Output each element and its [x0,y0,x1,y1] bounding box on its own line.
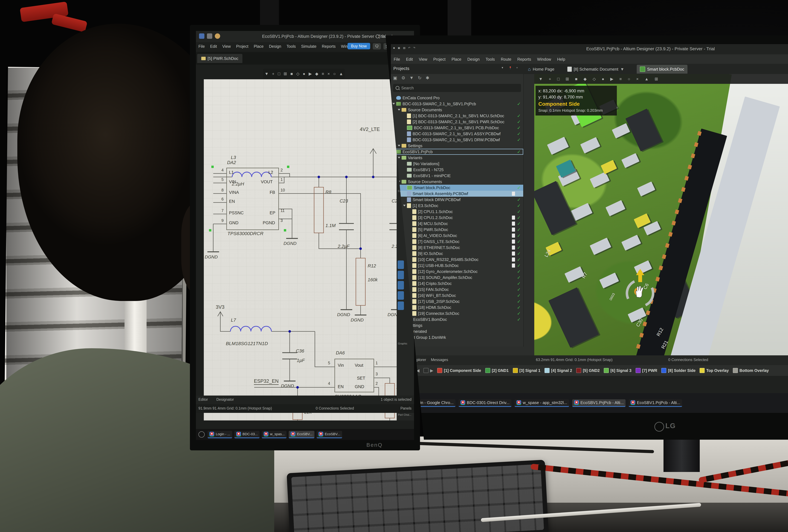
taskbar-item[interactable]: Login - ... [208,431,232,438]
toolbar-icon[interactable]: ≡ [619,77,622,81]
layer-tab[interactable]: [6] Signal 3 [604,368,631,373]
save-icon[interactable]: ▣ [398,46,400,49]
toolbar-icon[interactable]: ≡ [322,72,324,76]
toolbar-icon[interactable]: ○ [628,77,630,81]
expand-arrow-icon[interactable] [398,145,400,148]
project-tree-item[interactable]: Smart block.PcbDoc ✓ [391,185,523,191]
toolbar-icon[interactable]: + [549,77,551,81]
taskbar-item[interactable]: EcoSBV... [289,431,314,438]
project-tree-item[interactable]: [5] PWR.SchDoc ✓ [391,226,523,233]
comment-button[interactable]: 🗨 [373,43,381,50]
close-icon[interactable]: × [516,66,518,69]
project-tree-item[interactable]: [2] BDC-0313-SMARC_2.1_to_SBV1 PWR.SchDo… [391,119,523,125]
toolbar-icon[interactable]: ▲ [339,72,343,76]
project-tree-item[interactable]: EcoSBV1.PrjPcb ✓ [391,149,523,155]
project-tree-item[interactable]: Settings ✓ [391,143,523,149]
project-tree-item[interactable]: [1] E3.SchDoc ✓ [391,203,523,209]
project-tree-item[interactable]: [3] CPU1.2.SchDoc ✓ [391,215,523,221]
side-panel-label[interactable]: Graphic [398,342,408,345]
tab-schematic-document[interactable]: [8] Schematic Document ▼ [564,65,627,74]
project-tree-item[interactable]: [9] IO.SchDoc ✓ [391,251,523,257]
menu-item[interactable]: Edit [210,44,217,49]
project-tree-item[interactable]: Source Documents ✓ [391,179,523,185]
project-tree-item[interactable]: EnCata Concord Pro ✓ [391,95,523,101]
expand-arrow-icon[interactable] [403,205,406,208]
menu-item[interactable]: Design [468,57,480,62]
expand-arrow-icon[interactable] [398,157,400,160]
pcb-3d-viewport[interactable]: L24R70603C30C6R12R21 ▼+□⊞■◆◇●▶≡○×▲⊞ x: 8… [534,74,788,355]
layer-tab[interactable]: [3] Signal 1 [513,368,540,373]
start-icon[interactable] [198,431,205,438]
project-tree-item[interactable]: [16] WiFi_BT.SchDoc ✓ [391,293,523,298]
tab-home[interactable]: ⌂ Home Page [525,65,557,74]
taskbar-item[interactable]: BDC-0301-Direct Driv... [459,399,511,407]
project-tree-item[interactable]: [4] MCU.SchDoc ✓ [391,221,523,226]
project-tree-item[interactable]: [No Variations] ✓ [391,161,523,167]
side-panel-label[interactable]: Part Choi... [398,413,411,416]
toolbar-icon[interactable]: ◇ [593,77,596,81]
expand-arrow-icon[interactable] [398,109,400,112]
panel-tab[interactable] [398,291,404,300]
project-tree-item[interactable]: [10] CAN_RS232_RS485.SchDoc ✓ [391,257,523,262]
toolbar-icon[interactable]: ▶ [610,77,613,81]
toolbar-icon[interactable]: ◇ [296,72,299,76]
menu-item[interactable]: View [222,44,231,49]
toolbar-icon[interactable]: ⊞ [566,77,569,81]
toolbar-icon[interactable]: ● [602,77,604,81]
project-tree-item[interactable]: [12] Gyro_Accelerometer.SchDoc ✓ [391,269,523,275]
buy-now-button[interactable]: Buy Now [348,43,370,49]
menu-item[interactable]: Window [537,57,551,62]
toolbar-icon[interactable]: ○ [333,72,336,76]
menu-item[interactable]: Route [501,57,511,62]
panel-tab[interactable] [398,301,404,310]
toolbar-icon[interactable]: × [636,77,638,81]
project-tree-item[interactable]: EcoSBV1 - N725 ✓ [391,167,523,173]
menu-item[interactable]: Design [269,44,281,49]
toolbar-icon[interactable]: ▼ [539,77,543,81]
toolbar-icon[interactable]: ▶ [309,72,312,76]
toolbar-icon[interactable]: × [328,72,330,76]
save-all-icon[interactable]: ▣ [393,75,397,80]
taskbar-item[interactable]: w_spase - app_stm32l... [515,399,569,407]
layer-tab[interactable]: [1] Component Side [437,368,481,373]
project-tree-item[interactable]: [13] SOUND_Amplifer.SchDoc ✓ [391,275,523,280]
layer-tab[interactable]: [8] Solder Side [661,368,695,373]
active-document-tab[interactable]: [5] PWR.SchDoc [197,54,242,63]
toolbar-icon[interactable]: ◆ [584,77,587,81]
panel-tab[interactable] [398,271,404,279]
project-tree-item[interactable]: Smart block Assembly.PCBDwf ✓ [391,191,523,197]
layer-tab[interactable]: [7] PWR [636,368,657,373]
project-tree-item[interactable]: [7] GNSS_LTE.SchDoc ✓ [391,239,523,244]
menu-item[interactable]: Project [433,57,446,62]
panel-dropdown-icon[interactable]: ▼ [501,66,504,69]
menu-item[interactable]: Simulate [301,44,316,49]
project-tree-item[interactable]: [11] USB-HUB.SchDoc ✓ [391,262,523,269]
taskbar-item[interactable]: EcoSBV1.PrjPcb - Alti... [629,399,682,407]
schematic-canvas[interactable]: 4V2_LTEL32.2µHDA2TPS63000DRCR4L15VIN8VIN… [204,79,414,420]
toolbar-icon[interactable]: ▲ [645,77,649,81]
toolbar-icon[interactable]: ◆ [315,72,318,76]
menu-item[interactable]: Place [452,57,461,62]
open-icon[interactable]: ▤ [403,46,405,49]
panel-bottom-tab[interactable]: Messages [431,358,448,362]
menu-item[interactable]: Project [236,44,249,49]
project-tree-item[interactable]: [8] ETHERNET.SchDoc ✓ [391,244,523,251]
toolbar-icon[interactable]: ⊞ [655,77,658,81]
filter-icon[interactable]: ▼ [410,75,414,80]
projects-search[interactable]: Search [393,84,521,92]
taskbar-item[interactable]: BDC-03... [234,431,260,438]
panel-tab[interactable] [398,260,404,269]
project-tree-item[interactable]: EcoSBV1 - miniPCIE ✓ [391,173,523,179]
panels-button[interactable]: Panels [400,406,412,411]
menu-item[interactable]: File [198,44,205,49]
menu-item[interactable]: Reports [517,57,531,62]
menu-item[interactable]: View [419,57,427,62]
redo-icon[interactable]: ↷ [413,46,415,49]
project-tree-item[interactable]: [2] CPU1.1.SchDoc ✓ [391,209,523,215]
project-tree-item[interactable]: [14] Cripto.SchDoc ✓ [391,280,523,287]
layer-tab[interactable]: ▶ [423,368,433,373]
layer-tab[interactable]: Top Overlay [700,368,729,373]
menu-item[interactable]: File [394,57,400,62]
taskbar-item[interactable]: w_spas... [262,431,287,438]
toolbar-icon[interactable]: □ [557,77,560,81]
